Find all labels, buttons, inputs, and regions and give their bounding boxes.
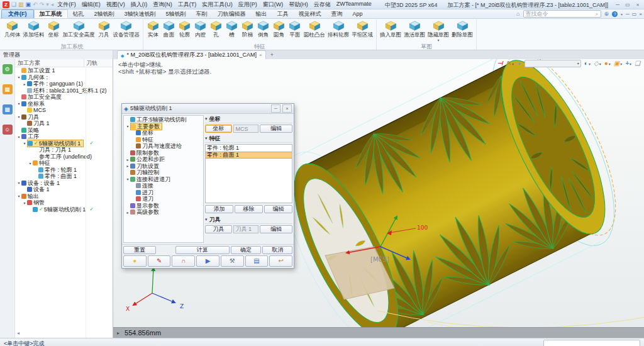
coordinate-value-field[interactable]: MCS [233, 125, 259, 133]
menu-item[interactable]: 视图(V) [106, 1, 125, 9]
dialog-tree-item[interactable]: 进刀 [124, 189, 203, 196]
view-tab-icon[interactable]: ▩ [3, 104, 13, 114]
menu-item[interactable]: 文件(F) [57, 1, 76, 9]
ok-button[interactable]: 确定 [231, 246, 261, 254]
dialog-close-button[interactable]: × [282, 104, 292, 113]
menu-item[interactable]: 帮助(H) [289, 1, 308, 9]
doc-restore-button[interactable]: ▭ [632, 11, 637, 17]
ribbon-tab[interactable]: 2轴铣削 [89, 9, 119, 18]
ribbon-button[interactable]: 实体 ▾ [145, 20, 161, 40]
menu-item[interactable]: 编辑(E) [82, 1, 101, 9]
dialog-icon-button[interactable] [196, 255, 219, 267]
menu-item[interactable]: 工具(T) [178, 1, 197, 9]
ribbon-button[interactable]: 平面 ▾ [287, 20, 303, 40]
dialog-tree-item[interactable]: 退刀 [124, 196, 203, 203]
expander-arrow-icon[interactable]: ▾ [16, 101, 21, 106]
tree-item[interactable]: ▾ ✓ 设备 : 设备 1 ✓ [15, 180, 113, 187]
dialog-tree-item[interactable]: 刀轴控制 [124, 169, 203, 176]
ribbon-button[interactable]: 插入草图 ▾ [379, 20, 402, 40]
ribbon-button[interactable]: 平坦区域 ▾ [350, 20, 374, 40]
expander-arrow-icon[interactable]: ▾ [125, 177, 130, 181]
dialog-icon-button[interactable] [123, 255, 147, 267]
view-orientation-icon[interactable]: ▾ [584, 60, 591, 67]
setup-tab-icon[interactable]: ▦ [3, 84, 13, 94]
tree-item[interactable]: ▾ ✓ 刀具 ✓ [15, 114, 113, 121]
menu-item[interactable]: 实用工具(U) [202, 1, 233, 9]
minimize-button[interactable]: ─ [614, 2, 621, 8]
document-tab-active[interactable]: * M_20iB双位机钩管理程序.Z3 - [table2.1001_CAM] … [117, 50, 266, 59]
help-dropdown-icon[interactable]: ▾ [621, 12, 623, 16]
ribbon-button[interactable]: 轮廓 ▾ [177, 20, 192, 40]
tool-button[interactable]: 刀具 [205, 225, 232, 233]
feature-action-button[interactable]: 编辑 [264, 205, 292, 213]
ribbon-tab[interactable]: 输出 [251, 9, 272, 18]
coordinate-edit-button[interactable]: 编辑 [260, 125, 292, 133]
dialog-tree-item[interactable]: 坐标 [124, 130, 203, 137]
menu-item[interactable]: ZWTeammate [336, 1, 372, 9]
close-tab-icon[interactable]: × [259, 52, 262, 58]
cam-tab-icon[interactable]: ⚙ [3, 64, 13, 74]
ribbon-tab[interactable]: 车削 [191, 9, 213, 18]
dialog-tree-item[interactable]: 限制参数 [124, 150, 203, 157]
ribbon-button[interactable]: 圆柱凸台 ▾ [303, 20, 326, 40]
doc-minimize-button[interactable]: ─ [626, 11, 630, 17]
ribbon-tab[interactable]: 钻孔 [68, 9, 89, 18]
tree-item[interactable]: ✓ 设备 1 ✓ [15, 186, 113, 193]
feature-action-button[interactable]: 添加 [205, 205, 233, 213]
save-icon[interactable]: ▣ [26, 2, 31, 8]
measure-expander-icon[interactable] [113, 330, 125, 336]
tree-item[interactable]: ✓ 刀具 1 ✓ [15, 120, 113, 127]
tree-item[interactable]: ▸ ✓ 零件 : gangguan (1) ✓ [15, 81, 113, 87]
tree-item[interactable]: ✓ 零件 : 轮廓 1 ✓ [15, 167, 113, 174]
ribbon-button[interactable]: 曲面 ▾ [161, 20, 177, 40]
selection-filter-combobox[interactable] [525, 60, 581, 67]
ribbon-button[interactable]: 删除草图 ▾ [450, 20, 474, 40]
window-layout-icon[interactable] [635, 60, 640, 67]
ribbon-tab[interactable]: 5轴铣削 [161, 9, 191, 18]
dialog-icon-button[interactable] [221, 255, 244, 267]
tool-value-field[interactable]: 刀具 1 [233, 225, 259, 233]
coordinate-button[interactable]: 坐标 [205, 125, 232, 133]
dialog-tree-item[interactable]: ▸ 公差和步距 [124, 156, 203, 163]
qat-collapse-icon[interactable]: ◂ [51, 2, 54, 8]
ribbon-button[interactable]: 设备管理器 ▾ [112, 20, 142, 40]
ribbon-button[interactable]: 坐标 ▾ [46, 20, 62, 40]
dialog-tree-item[interactable]: ▸ 高级参数 [124, 209, 203, 216]
menu-item[interactable]: 查询(N) [153, 1, 172, 9]
tree-item[interactable]: ✓ 5轴驱动线切削 1 ✓ [15, 206, 113, 213]
dialog-tree-item[interactable]: 连接 [124, 182, 203, 189]
tree-item[interactable]: ✓ 零件 : 曲面 1 ✓ [15, 173, 113, 180]
tree-item[interactable]: ✓ 加工安全高度 ✓ [15, 94, 113, 101]
tree-item[interactable]: ▾ ✓ 坐标系 ✓ [15, 101, 113, 108]
graphics-viewport[interactable]: 100 [MCS] X Y Z <单击中键>继续.<Shift +鼠标右键> 显… [113, 59, 644, 338]
ribbon-tab[interactable]: App [348, 9, 368, 18]
restore-button[interactable]: ▭ [624, 2, 631, 8]
panel-collapse-icon[interactable] [17, 330, 19, 336]
expander-arrow-icon[interactable]: ▾ [16, 194, 21, 198]
ribbon-button[interactable]: 内腔 ▾ [192, 20, 208, 40]
ribbon-tab[interactable]: 3轴快速铣削 [119, 9, 161, 18]
tree-item[interactable]: ▾ ✓ 5轴驱动线切削 1 ✓ [15, 140, 113, 147]
ribbon-button[interactable]: 阶梯 ▾ [240, 20, 255, 40]
dialog-tree-item[interactable]: ▸ 刀轨设置 [124, 163, 203, 170]
dialog-minimize-button[interactable]: ─ [271, 104, 280, 113]
home-icon[interactable] [516, 11, 519, 17]
menu-item[interactable]: 窗口(W) [263, 1, 284, 9]
expander-arrow-icon[interactable]: ▸ [22, 82, 27, 86]
dialog-icon-button[interactable] [172, 255, 195, 267]
ribbon-button[interactable]: 圆角 ▾ [271, 20, 287, 40]
menu-item[interactable]: 应用(P) [238, 1, 257, 9]
expander-arrow-icon[interactable]: ▸ [125, 157, 130, 162]
dropdown-arrow-icon[interactable]: ▾ [437, 39, 439, 42]
tree-item[interactable]: ✓ 刀具 : 刀具 1 ✓ [15, 147, 113, 153]
dialog-tree-item[interactable]: 特征 [124, 137, 203, 143]
file-menu-button[interactable]: 文件(F) [1, 9, 34, 18]
close-button[interactable]: × [634, 2, 641, 8]
tree-item[interactable]: ▾ ✓ 钢管 ✓ [15, 199, 113, 206]
tool-edit-button[interactable]: 编辑 [260, 225, 292, 233]
tree-item[interactable]: ✓ MCS ✓ [15, 107, 113, 114]
undo-icon[interactable]: ↶ [33, 2, 38, 8]
redo-icon[interactable]: ↷ [40, 2, 45, 8]
display-mode-icon[interactable]: ▾ [594, 60, 601, 67]
ribbon-tab[interactable]: 加工系统 [34, 9, 68, 18]
